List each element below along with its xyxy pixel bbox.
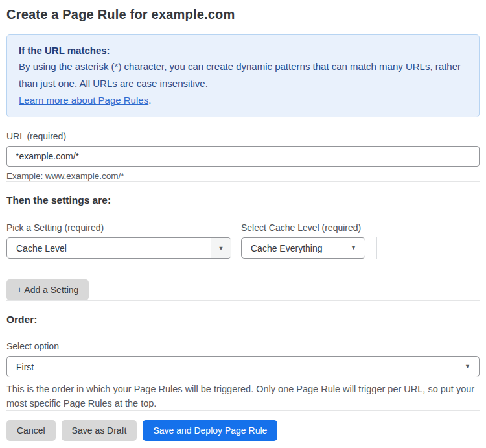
order-select-label: Select option	[6, 341, 480, 351]
save-draft-button[interactable]: Save as Draft	[62, 420, 137, 441]
page-title: Create a Page Rule for example.com	[6, 7, 480, 22]
cache-level-picker-column: Select Cache Level (required) Cache Ever…	[241, 222, 365, 259]
url-label: URL (required)	[6, 131, 480, 141]
settings-section-heading: Then the settings are:	[6, 194, 480, 207]
order-select-value: First	[7, 362, 465, 372]
cache-level-select-value: Cache Everything	[242, 243, 351, 253]
caret-down-icon: ▼	[211, 238, 231, 258]
divider	[6, 410, 480, 411]
divider	[6, 300, 480, 301]
info-box-heading: If the URL matches:	[19, 42, 467, 58]
info-box-body: By using the asterisk (*) character, you…	[19, 58, 467, 92]
setting-picker-column: Pick a Setting (required) Cache Level ▼	[6, 222, 231, 259]
url-input[interactable]	[6, 146, 480, 167]
caret-down-icon: ▼	[465, 364, 479, 370]
info-link-line: Learn more about Page Rules.	[19, 92, 467, 109]
learn-more-link[interactable]: Learn more about Page Rules	[19, 95, 148, 106]
add-setting-row: + Add a Setting	[6, 279, 480, 300]
url-hint: Example: www.example.com/*	[6, 171, 480, 181]
caret-down-icon: ▼	[351, 245, 365, 251]
cache-level-picker-label: Select Cache Level (required)	[241, 222, 365, 233]
adjacent-control-edge	[376, 237, 377, 259]
form-actions: Cancel Save as Draft Save and Deploy Pag…	[6, 420, 480, 441]
create-page-rule-form: Create a Page Rule for example.com If th…	[0, 0, 486, 441]
cache-level-select[interactable]: Cache Everything ▼	[241, 237, 365, 259]
settings-picker-row: Pick a Setting (required) Cache Level ▼ …	[6, 222, 480, 259]
save-deploy-button[interactable]: Save and Deploy Page Rule	[143, 420, 277, 441]
divider	[6, 181, 480, 182]
url-match-info-box: If the URL matches: By using the asteris…	[6, 34, 480, 117]
link-suffix: .	[148, 95, 151, 106]
order-section-heading: Order:	[6, 313, 480, 326]
order-description: This is the order in which your Page Rul…	[6, 382, 480, 410]
setting-select-value: Cache Level	[7, 243, 211, 253]
setting-select[interactable]: Cache Level ▼	[6, 237, 231, 259]
setting-picker-label: Pick a Setting (required)	[6, 222, 231, 233]
order-select[interactable]: First ▼	[6, 356, 480, 377]
cancel-button[interactable]: Cancel	[6, 420, 56, 441]
add-setting-button[interactable]: + Add a Setting	[6, 279, 89, 300]
